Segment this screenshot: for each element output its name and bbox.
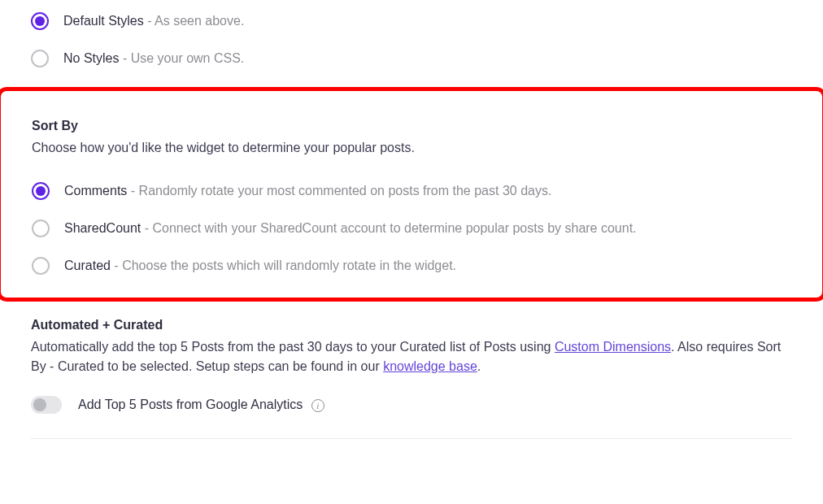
style-default-title: Default Styles — [63, 14, 144, 28]
sort-by-title: Sort By — [32, 119, 791, 133]
radio-icon[interactable] — [31, 12, 49, 30]
automated-title: Automated + Curated — [31, 318, 792, 332]
add-top-5-toggle[interactable] — [31, 396, 62, 414]
automated-curated-section: Automated + Curated Automatically add th… — [31, 318, 792, 414]
info-icon[interactable]: i — [311, 399, 324, 412]
automated-desc-part3: . — [477, 359, 481, 373]
section-divider — [31, 438, 792, 439]
sort-by-desc: Choose how you'd like the widget to dete… — [32, 138, 791, 158]
sort-curated-title: Curated — [64, 259, 111, 272]
style-option-default[interactable]: Default Styles - As seen above. — [31, 12, 792, 30]
style-none-desc: - Use your own CSS. — [119, 51, 244, 65]
add-top-5-label: Add Top 5 Posts from Google Analytics i — [78, 398, 324, 412]
sort-option-sharedcount[interactable]: SharedCount - Connect with your SharedCo… — [32, 219, 791, 237]
sort-comments-desc: - Randomly rotate your most commented on… — [127, 184, 551, 198]
add-top-5-toggle-row: Add Top 5 Posts from Google Analytics i — [31, 396, 792, 414]
sort-curated-desc: - Choose the posts which will randomly r… — [111, 259, 456, 272]
sort-by-highlight: Sort By Choose how you'd like the widget… — [0, 87, 823, 302]
radio-icon[interactable] — [32, 257, 50, 275]
radio-label: Comments - Randomly rotate your most com… — [64, 184, 551, 198]
automated-desc-part1: Automatically add the top 5 Posts from t… — [31, 340, 555, 354]
style-none-title: No Styles — [63, 51, 119, 65]
toggle-knob-icon — [33, 398, 46, 411]
sort-comments-title: Comments — [64, 184, 127, 198]
automated-desc: Automatically add the top 5 Posts from t… — [31, 337, 792, 376]
radio-label: Curated - Choose the posts which will ra… — [64, 259, 456, 273]
sort-option-curated[interactable]: Curated - Choose the posts which will ra… — [32, 257, 791, 275]
radio-label: No Styles - Use your own CSS. — [63, 51, 244, 66]
radio-icon[interactable] — [31, 50, 49, 67]
radio-icon[interactable] — [32, 182, 50, 200]
custom-dimensions-link[interactable]: Custom Dimensions — [555, 340, 671, 354]
sort-sharedcount-title: SharedCount — [64, 221, 141, 235]
radio-icon[interactable] — [32, 219, 50, 237]
radio-label: SharedCount - Connect with your SharedCo… — [64, 221, 637, 236]
knowledge-base-link[interactable]: knowledge base — [383, 359, 477, 373]
radio-label: Default Styles - As seen above. — [63, 14, 244, 28]
sort-sharedcount-desc: - Connect with your SharedCount account … — [141, 221, 636, 235]
style-option-none[interactable]: No Styles - Use your own CSS. — [31, 50, 792, 67]
style-default-desc: - As seen above. — [144, 14, 245, 28]
sort-option-comments[interactable]: Comments - Randomly rotate your most com… — [32, 182, 791, 200]
